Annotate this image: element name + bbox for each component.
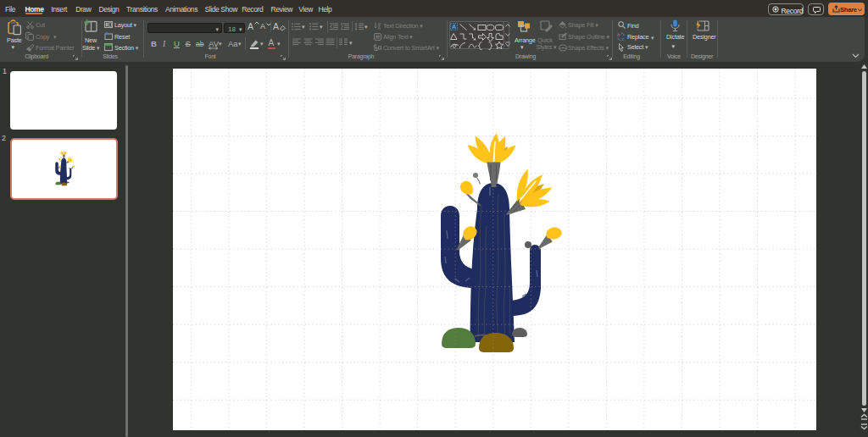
- svg-text:A: A: [452, 24, 456, 30]
- svg-text:c: c: [622, 36, 625, 41]
- svg-text:A: A: [378, 25, 381, 30]
- svg-text:b: b: [617, 32, 620, 37]
